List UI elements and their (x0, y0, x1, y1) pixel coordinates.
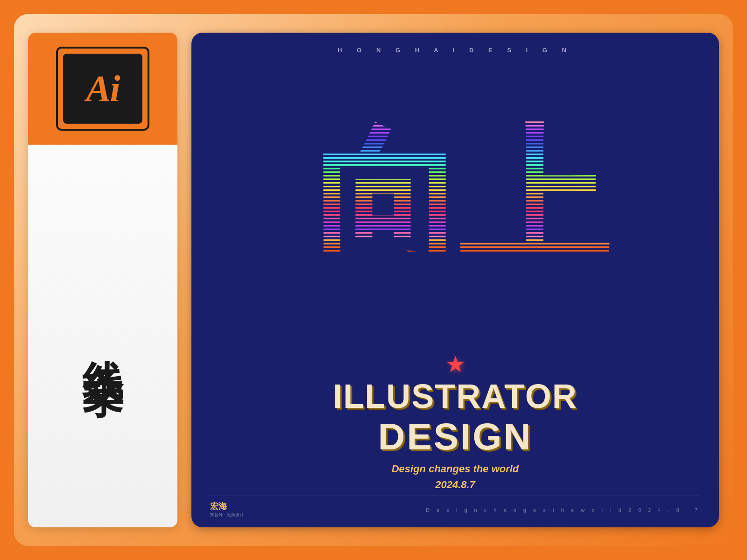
design-title: DESIGN (333, 415, 577, 458)
illustrator-title: ILLUSTRATOR (333, 377, 577, 415)
chinese-title: 线条文字 (80, 173, 126, 499)
subtitle-line2: 2024.8.7 (392, 479, 519, 491)
subtitle-line1: Design changes the world (392, 463, 519, 475)
left-panel: Ai 线条文字 (28, 33, 177, 527)
brand-sub: 抖音号：宏海设计 (210, 512, 244, 518)
ai-logo-box: Ai (28, 33, 177, 145)
bottom-footer: 宏海 抖音号：宏海设计 D e s i g n c h a n g e s t … (210, 496, 700, 518)
brand-area: 宏海 抖音号：宏海设计 (210, 502, 244, 518)
top-header: H O N G H A I D E S I G N (210, 47, 700, 54)
line-art-container: 向 上 (210, 54, 700, 351)
star-container: ★ (445, 351, 465, 377)
outer-container: Ai 线条文字 H O N G H A I D E S I G N (14, 14, 733, 546)
brand-logo: 宏海 (210, 502, 227, 511)
right-panel: H O N G H A I D E S I G N 向 上 (191, 33, 719, 527)
left-text-area: 线条文字 (71, 145, 135, 527)
ai-text: Ai (86, 68, 120, 110)
subtitle-area: Design changes the world 2024.8.7 (392, 463, 519, 491)
header-text: H O N G H A I D E S I G N (338, 47, 573, 54)
line-art-svg: 向 上 (296, 100, 614, 305)
footer-text: D e s i g n c h a n g e s t h e w o r l … (426, 507, 700, 513)
svg-text:向: 向 (312, 114, 464, 284)
ai-logo: Ai (56, 47, 149, 131)
main-title-area: ILLUSTRATOR DESIGN (333, 377, 577, 458)
svg-text:上: 上 (458, 114, 612, 284)
star-icon: ★ (445, 351, 465, 377)
char-xiang: 向 上 (308, 104, 614, 284)
ai-logo-inner: Ai (63, 54, 142, 124)
